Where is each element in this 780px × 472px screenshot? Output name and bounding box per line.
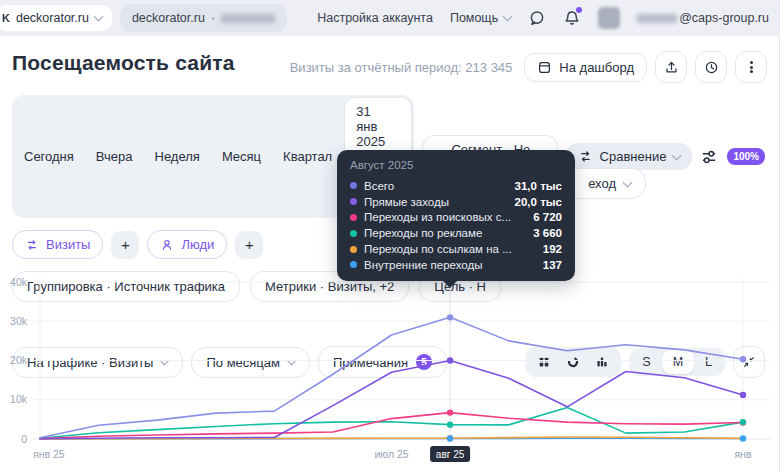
period-today[interactable]: Сегодня <box>13 142 85 171</box>
chevron-down-icon <box>623 177 633 187</box>
end-point-0 <box>740 356 746 362</box>
tooltip-row: Внутренние переходы 137 <box>350 257 562 273</box>
history-button[interactable] <box>695 51 727 83</box>
export-button[interactable] <box>655 51 687 83</box>
y-tick-label: 20k <box>10 354 28 366</box>
x-tick-label: июл 25 <box>374 448 408 460</box>
tooltip-label: Прямые заходы <box>364 196 449 208</box>
x-tick-label: янв 25 <box>33 448 65 460</box>
y-tick-label: 40k <box>10 276 28 288</box>
chat-icon[interactable] <box>528 9 546 27</box>
y-tick-label: 30k <box>10 315 28 327</box>
sliders-icon <box>700 148 718 166</box>
visits-summary: Визиты за отчётный период: 213 345 <box>290 60 513 75</box>
series-dot-total <box>350 182 357 189</box>
end-point-1 <box>740 392 746 398</box>
page-title: Посещаемость сайта <box>12 51 235 75</box>
hovered-x-label: авг 25 <box>436 449 465 460</box>
notification-dot <box>576 7 582 13</box>
tooltip-row: Всего 31,0 тыс <box>350 178 562 194</box>
period-month[interactable]: Месяц <box>211 142 272 171</box>
help-label: Помощь <box>450 11 498 25</box>
report-header: Посещаемость сайта Визиты за отчётный пе… <box>0 36 779 83</box>
tooltip-value: 6 720 <box>533 211 562 223</box>
redacted-email-user <box>637 14 677 23</box>
more-menu-button[interactable] <box>735 51 767 83</box>
help-menu[interactable]: Помощь <box>450 11 511 25</box>
account-settings-link[interactable]: Настройка аккаунта <box>317 11 433 25</box>
traffic-chart[interactable]: 010k20k30k40kянв 25июл 25авг 25янв <box>0 270 780 472</box>
y-tick-label: 0 <box>21 433 27 445</box>
metrica-traffic-page: K deckorator.ru deckorator.ru · Настройк… <box>0 0 780 472</box>
series-dot-ads <box>350 230 357 237</box>
hover-point-3 <box>447 421 453 427</box>
counter-site-label: deckorator.ru <box>132 11 205 25</box>
to-dashboard-label: На дашборд <box>559 60 634 75</box>
counter-tab[interactable]: K deckorator.ru <box>0 5 112 31</box>
period-week[interactable]: Неделя <box>144 142 211 171</box>
visits-icon <box>25 238 39 252</box>
y-tick-label: 10k <box>10 393 28 405</box>
tooltip-value: 3 660 <box>533 227 562 239</box>
series-line-3 <box>40 408 743 439</box>
tooltip-title: Август 2025 <box>350 159 562 171</box>
hover-point-2 <box>447 409 453 415</box>
chevron-down-icon <box>503 12 513 22</box>
comparison-button[interactable]: Сравнение <box>566 143 693 170</box>
counter-id-pill[interactable]: deckorator.ru · <box>120 4 287 32</box>
series-dot-direct <box>350 198 357 205</box>
hover-point-0 <box>447 314 453 320</box>
tooltip-label: Переходы из поисковых с... <box>364 211 511 223</box>
series-line-2 <box>40 413 743 439</box>
people-metric-pill[interactable]: Люди <box>147 230 227 259</box>
tooltip-row: Переходы по рекламе 3 660 <box>350 225 562 241</box>
end-point-5 <box>740 435 746 441</box>
attribution-label: еход <box>588 176 616 191</box>
tooltip-label: Переходы по рекламе <box>364 227 482 239</box>
user-avatar[interactable] <box>598 7 620 29</box>
comparison-icon <box>578 149 593 164</box>
tooltip-row: Прямые заходы 20,0 тыс <box>350 194 562 210</box>
visits-metric-label: Визиты <box>46 237 90 252</box>
add-visits-metric-button[interactable]: + <box>111 231 139 259</box>
counter-tab-label: deckorator.ru <box>16 11 89 25</box>
tooltip-value: 20,0 тыс <box>515 196 562 208</box>
traffic-chart-svg: 010k20k30k40kянв 25июл 25авг 25янв <box>0 270 780 472</box>
kebab-icon <box>750 60 753 75</box>
tooltip-value: 192 <box>543 243 562 255</box>
clock-icon <box>704 60 719 75</box>
person-icon <box>160 238 174 252</box>
dashboard-icon <box>537 60 552 75</box>
user-email[interactable]: @caps-group.ru <box>637 11 769 25</box>
sampling-controls[interactable]: 100% <box>700 148 767 166</box>
tooltip-label: Внутренние переходы <box>364 259 482 271</box>
hover-point-5 <box>447 435 453 441</box>
redacted-counter-id <box>221 14 275 23</box>
end-point-3 <box>740 419 746 425</box>
email-domain-label: @caps-group.ru <box>679 11 769 25</box>
to-dashboard-button[interactable]: На дашборд <box>524 53 647 82</box>
add-people-metric-button[interactable]: + <box>235 231 263 259</box>
tooltip-label: Всего <box>364 180 394 192</box>
chevron-down-icon <box>672 150 682 160</box>
period-yesterday[interactable]: Вчера <box>85 142 144 171</box>
chevron-down-icon <box>93 12 103 22</box>
sampling-badge: 100% <box>727 148 765 165</box>
tooltip-value: 137 <box>543 259 562 271</box>
people-metric-label: Люди <box>181 237 214 252</box>
tooltip-value: 31,0 тыс <box>515 180 562 192</box>
tooltip-row: Переходы из поисковых с... 6 720 <box>350 210 562 226</box>
series-dot-links <box>350 246 357 253</box>
series-dot-internal <box>350 261 357 268</box>
hover-point-1 <box>447 357 453 363</box>
header-actions: Визиты за отчётный период: 213 345 На да… <box>290 51 767 83</box>
site-favicon-icon: K <box>2 12 10 24</box>
comparison-label: Сравнение <box>600 149 667 164</box>
visits-metric-pill[interactable]: Визиты <box>12 230 103 259</box>
period-quarter[interactable]: Квартал <box>272 142 343 171</box>
top-bar: K deckorator.ru deckorator.ru · Настройк… <box>0 0 779 36</box>
notifications-bell[interactable] <box>563 9 581 27</box>
separator-dot: · <box>211 11 215 25</box>
tooltip-row: Переходы по ссылкам на ... 192 <box>350 241 562 257</box>
series-dot-search <box>350 214 357 221</box>
